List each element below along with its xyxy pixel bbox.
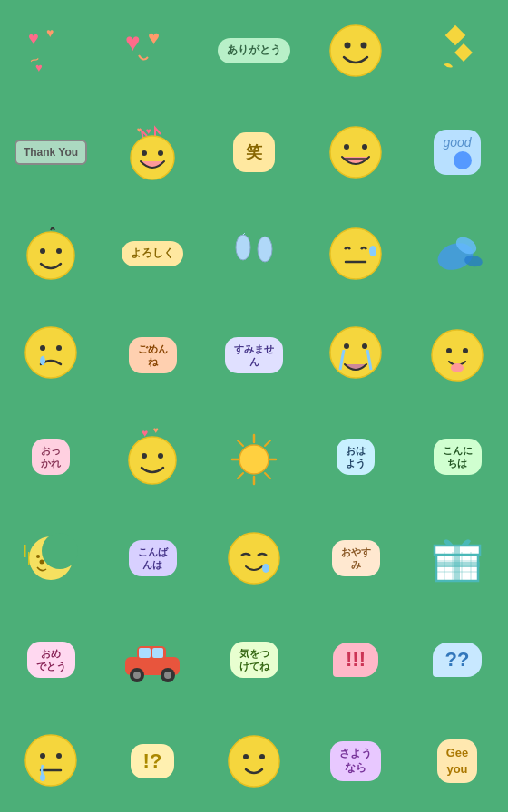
svg-point-79	[133, 672, 141, 679]
cell-r7c5[interactable]: ??	[406, 609, 508, 710]
svg-point-42	[129, 437, 176, 484]
svg-point-22	[236, 235, 250, 260]
svg-point-44	[158, 453, 163, 459]
cell-r5c3[interactable]	[203, 406, 305, 508]
svg-text:♥: ♥	[46, 25, 54, 40]
svg-point-21	[56, 248, 62, 254]
cell-r8c1[interactable]	[0, 710, 102, 812]
svg-point-83	[40, 753, 45, 759]
svg-point-18	[362, 144, 367, 150]
question-text: ??	[445, 648, 470, 671]
svg-text:|: |	[27, 550, 31, 565]
cell-r2c2[interactable]: ♥ ♥	[102, 102, 203, 203]
svg-point-87	[243, 754, 249, 759]
svg-text:♥: ♥	[125, 28, 141, 56]
cell-r1c3[interactable]: ありがとう	[203, 0, 305, 102]
cell-r4c4[interactable]	[305, 304, 406, 406]
gee-bubble: Geeyou	[437, 740, 478, 783]
cell-r8c2[interactable]: !?	[102, 710, 203, 812]
sayounara-text: さようなら	[339, 747, 372, 775]
cell-r1c2[interactable]: ♥ ♥	[102, 0, 203, 102]
svg-rect-9	[445, 25, 466, 46]
kiotsukete-text: 気をつけてね	[239, 647, 269, 673]
oyasumi-text: おやすみ	[341, 546, 371, 572]
interj-bubble: !?	[131, 744, 175, 778]
cell-r4c1[interactable]	[0, 304, 102, 406]
cell-r6c2[interactable]: こんばんは	[102, 508, 203, 609]
svg-line-50	[238, 440, 243, 446]
cell-r6c5[interactable]	[406, 508, 508, 609]
svg-line-52	[265, 440, 270, 446]
svg-point-61	[262, 564, 269, 573]
exclaim-bubble: !!!	[333, 643, 378, 677]
svg-text:♥: ♥	[137, 126, 142, 134]
good-text: good	[443, 135, 471, 150]
cell-r4c3[interactable]: すみません	[203, 304, 305, 406]
svg-point-20	[40, 248, 45, 254]
cell-r1c5[interactable]	[406, 0, 508, 102]
svg-point-31	[56, 345, 62, 351]
svg-point-17	[344, 144, 349, 150]
cell-r2c5[interactable]: good	[406, 102, 508, 203]
svg-point-35	[362, 343, 367, 349]
cell-r2c3[interactable]: 笑	[203, 102, 305, 203]
svg-point-82	[25, 735, 76, 786]
ohayou-text: おはよう	[346, 444, 366, 470]
svg-point-34	[344, 343, 349, 349]
cell-r5c1[interactable]: おっかれ	[0, 406, 102, 508]
cell-r4c5[interactable]	[406, 304, 508, 406]
cell-r6c4[interactable]: おやすみ	[305, 508, 406, 609]
svg-point-36	[432, 330, 483, 381]
svg-point-7	[345, 43, 351, 49]
svg-point-88	[259, 754, 265, 759]
cell-r1c1[interactable]: ♥ ♥ ~ ♥	[0, 0, 102, 102]
cell-r3c5[interactable]	[406, 203, 508, 304]
cell-r8c4[interactable]: さようなら	[305, 710, 406, 812]
svg-text:♥: ♥	[146, 126, 151, 136]
yoroshiku-bubble: よろしく	[122, 241, 183, 266]
cell-r7c3[interactable]: 気をつけてね	[203, 609, 305, 710]
svg-point-55	[42, 533, 78, 569]
svg-point-38	[463, 348, 468, 353]
cell-r3c2[interactable]: よろしく	[102, 203, 203, 304]
cell-r3c4[interactable]	[305, 203, 406, 304]
svg-point-81	[164, 672, 171, 679]
cell-r5c2[interactable]: ♥ ♥	[102, 406, 203, 508]
cell-r3c3[interactable]	[203, 203, 305, 304]
svg-rect-77	[152, 648, 163, 658]
yoroshiku-text: よろしく	[131, 246, 174, 261]
cell-r7c4[interactable]: !!!	[305, 609, 406, 710]
svg-rect-10	[454, 44, 473, 62]
sayou-bubble: さようなら	[330, 741, 381, 780]
cell-r5c5[interactable]: こんにちは	[406, 406, 508, 508]
cell-r7c1[interactable]: おめでとう	[0, 609, 102, 710]
otsukaresama-bubble: おっかれ	[32, 439, 70, 476]
question-bubble: ??	[433, 643, 483, 677]
gee-text: Geeyou	[446, 746, 469, 776]
svg-point-13	[131, 136, 174, 179]
cell-r5c4[interactable]: おはよう	[305, 406, 406, 508]
exclaim-text: !!!	[346, 648, 366, 671]
cell-r3c1[interactable]	[0, 203, 102, 304]
cell-r1c4[interactable]	[305, 0, 406, 102]
svg-point-23	[258, 237, 272, 262]
cell-r8c3[interactable]	[203, 710, 305, 812]
interj-text: !?	[143, 749, 162, 772]
ohayou-bubble: おはよう	[337, 439, 375, 476]
svg-point-8	[361, 43, 367, 49]
cell-r6c1[interactable]: | |	[0, 508, 102, 609]
cell-r2c1[interactable]: Thank You	[0, 102, 102, 203]
konnichiwa-text: こんにちは	[443, 444, 473, 470]
svg-point-85	[40, 774, 45, 781]
svg-point-57	[36, 555, 40, 558]
cell-r8c5[interactable]: Geeyou	[406, 710, 508, 812]
svg-rect-76	[139, 648, 151, 658]
sumimasen-bubble: すみません	[225, 337, 283, 374]
gomen-bubble: ごめんね	[129, 337, 177, 374]
cell-r2c4[interactable]	[305, 102, 406, 203]
cell-r6c3[interactable]	[203, 508, 305, 609]
cell-r7c2[interactable]	[102, 609, 203, 710]
cell-r4c2[interactable]: ごめんね	[102, 304, 203, 406]
svg-point-56	[39, 559, 44, 564]
svg-point-6	[330, 25, 381, 76]
